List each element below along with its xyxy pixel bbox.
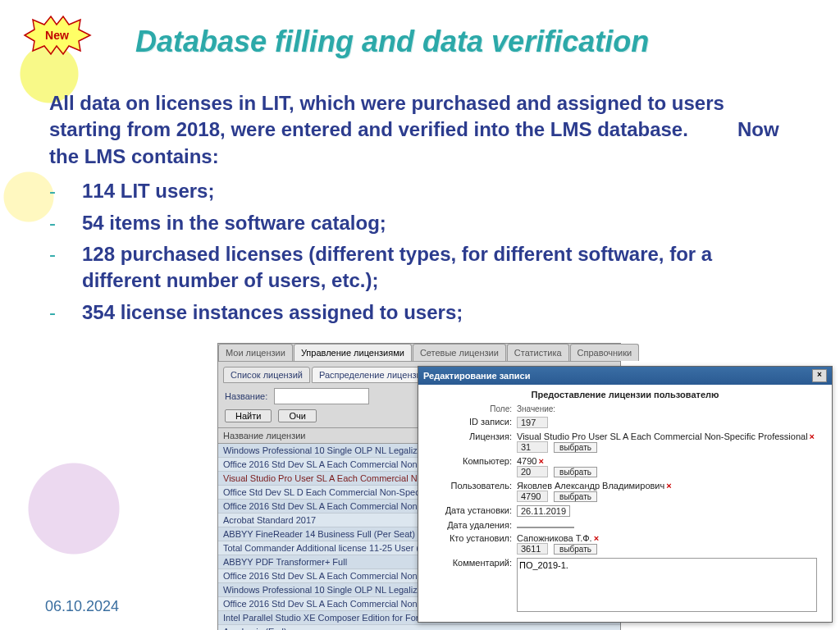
- tab-directories[interactable]: Справочники: [570, 344, 640, 361]
- clear-icon[interactable]: ×: [666, 481, 671, 491]
- clear-button[interactable]: Очи: [278, 409, 316, 422]
- close-icon[interactable]: ×: [812, 369, 827, 382]
- user-label: Пользователь:: [427, 481, 517, 491]
- remove-date-label: Дата удаления:: [427, 520, 517, 530]
- name-filter-label: Название:: [225, 391, 267, 401]
- license-label: Лицензия:: [427, 431, 517, 441]
- list-item: -128 purchased licenses (different types…: [49, 241, 788, 294]
- list-item: -114 LIT users;: [49, 178, 788, 204]
- tab-network-licenses[interactable]: Сетевые лицензии: [413, 344, 506, 361]
- new-badge-text: New: [45, 29, 69, 42]
- col-field-label: Поле:: [427, 404, 517, 413]
- slide-title: Database filling and data verification: [135, 25, 649, 59]
- embedded-screenshots: Мои лицензии Управление лицензиями Сетев…: [217, 343, 833, 615]
- computer-value: 4790× 20 выбрать: [517, 456, 824, 477]
- install-date-label: Дата установки:: [427, 505, 517, 515]
- table-row[interactable]: Academic (Esd): [218, 625, 620, 630]
- clear-icon[interactable]: ×: [594, 533, 599, 543]
- main-tabs: Мои лицензии Управление лицензиями Сетев…: [218, 344, 620, 362]
- select-user-button[interactable]: выбрать: [554, 491, 597, 502]
- subtab-license-list[interactable]: Список лицензий: [223, 367, 310, 383]
- computer-label: Компьютер:: [427, 456, 517, 466]
- comment-label: Комментарий:: [427, 558, 517, 568]
- find-button[interactable]: Найти: [225, 409, 272, 422]
- bullet-list: -114 LIT users; -54 items in the softwar…: [49, 178, 788, 326]
- license-code: 31: [517, 441, 548, 453]
- id-label: ID записи:: [427, 417, 517, 427]
- col-value-label: Значение:: [517, 404, 824, 413]
- dialog-form: Поле: Значение: ID записи: 197 Лицензия:…: [418, 404, 832, 622]
- lead-paragraph: All data on licenses in LIT, which were …: [49, 90, 788, 170]
- install-date-input[interactable]: 26.11.2019: [517, 505, 570, 517]
- subtab-license-distribution[interactable]: Распределение лицензий: [312, 367, 434, 383]
- list-item: -54 items in the software catalog;: [49, 210, 788, 236]
- edit-record-dialog: Редактирование записи × Предоставление л…: [418, 366, 833, 623]
- computer-code: 20: [517, 466, 548, 477]
- clear-icon[interactable]: ×: [810, 431, 815, 441]
- installer-label: Кто установил:: [427, 533, 517, 543]
- tab-statistics[interactable]: Статистика: [507, 344, 569, 361]
- list-item: -354 license instances assigned to users…: [49, 299, 788, 326]
- user-value: Яковлев Александр Владимирович× 4790 выб…: [517, 481, 824, 502]
- user-code: 4790: [517, 491, 548, 502]
- id-value: 197: [517, 417, 548, 428]
- remove-date-input[interactable]: [517, 527, 574, 528]
- installer-code: 3611: [517, 543, 548, 555]
- tab-my-licenses[interactable]: Мои лицензии: [218, 344, 293, 361]
- clear-icon[interactable]: ×: [538, 456, 543, 466]
- slide-body: All data on licenses in LIT, which were …: [49, 90, 788, 331]
- dialog-title: Редактирование записи: [423, 371, 530, 381]
- select-license-button[interactable]: выбрать: [554, 442, 597, 453]
- dialog-titlebar: Редактирование записи ×: [418, 367, 832, 385]
- footer-date: 06.10.2024: [45, 598, 119, 615]
- dialog-header: Предоставление лицензии пользователю: [418, 385, 832, 404]
- license-value: Visual Studio Pro User SL A Each Commerc…: [517, 431, 824, 453]
- name-filter-input[interactable]: [274, 388, 369, 404]
- new-badge: New: [18, 15, 96, 56]
- comment-textarea[interactable]: [517, 558, 817, 612]
- select-computer-button[interactable]: выбрать: [554, 467, 597, 477]
- tab-manage-licenses[interactable]: Управление лицензиями: [294, 344, 412, 361]
- slide: New Database filling and data verificati…: [0, 0, 840, 630]
- installer-value: Сапожникова Т.Ф.× 3611 выбрать: [517, 533, 824, 555]
- select-installer-button[interactable]: выбрать: [554, 544, 597, 555]
